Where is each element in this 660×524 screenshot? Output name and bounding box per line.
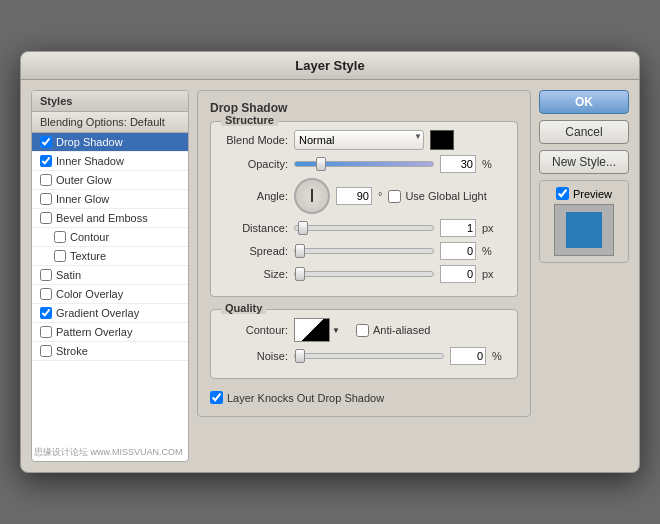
satin-checkbox[interactable] (40, 269, 52, 281)
spread-label: Spread: (223, 245, 288, 257)
contour-checkbox[interactable] (54, 231, 66, 243)
preview-label: Preview (546, 187, 622, 200)
use-global-light-checkbox[interactable] (388, 190, 401, 203)
right-panel: OK Cancel New Style... Preview (539, 90, 629, 462)
blend-mode-row: Blend Mode: Normal Multiply Screen Overl… (223, 130, 505, 150)
size-label: Size: (223, 268, 288, 280)
main-panel: Drop Shadow Structure Blend Mode: Normal… (197, 90, 531, 462)
dial-indicator (311, 189, 313, 202)
sidebar-item-outer-glow[interactable]: Outer Glow (32, 171, 188, 190)
sidebar-item-stroke[interactable]: Stroke (32, 342, 188, 361)
use-global-light-label[interactable]: Use Global Light (388, 190, 486, 203)
size-unit: px (482, 268, 494, 280)
layer-style-dialog: Layer Style Styles Blending Options: Def… (20, 51, 640, 473)
angle-input[interactable] (336, 187, 372, 205)
angle-label: Angle: (223, 190, 288, 202)
spread-input[interactable] (440, 242, 476, 260)
opacity-row: Opacity: % (223, 155, 505, 173)
pattern-overlay-checkbox[interactable] (40, 326, 52, 338)
size-slider-track[interactable] (294, 271, 434, 277)
size-input[interactable] (440, 265, 476, 283)
opacity-input[interactable] (440, 155, 476, 173)
preview-square (566, 212, 602, 248)
preview-checkbox[interactable] (556, 187, 569, 200)
blend-mode-label: Blend Mode: (223, 134, 288, 146)
spread-slider-track[interactable] (294, 248, 434, 254)
drop-shadow-section-title: Drop Shadow (210, 101, 518, 115)
distance-row: Distance: px (223, 219, 505, 237)
noise-label: Noise: (223, 350, 288, 362)
blend-color-swatch[interactable] (430, 130, 454, 150)
opacity-slider-thumb[interactable] (316, 157, 326, 171)
spread-row: Spread: % (223, 242, 505, 260)
gradient-overlay-checkbox[interactable] (40, 307, 52, 319)
new-style-button[interactable]: New Style... (539, 150, 629, 174)
cancel-button[interactable]: Cancel (539, 120, 629, 144)
distance-input[interactable] (440, 219, 476, 237)
sidebar-title: Styles (32, 91, 188, 112)
distance-slider-track[interactable] (294, 225, 434, 231)
blend-mode-select[interactable]: Normal Multiply Screen Overlay (294, 130, 424, 150)
noise-input[interactable] (450, 347, 486, 365)
ok-button[interactable]: OK (539, 90, 629, 114)
blend-mode-wrapper: Normal Multiply Screen Overlay (294, 130, 424, 150)
distance-unit: px (482, 222, 494, 234)
angle-row: Angle: ° Use Global Light (223, 178, 505, 214)
noise-slider-thumb[interactable] (295, 349, 305, 363)
anti-aliased-label[interactable]: Anti-aliased (356, 324, 430, 337)
layer-knocks-out-row: Layer Knocks Out Drop Shadow (210, 387, 518, 408)
sidebar-item-inner-glow[interactable]: Inner Glow (32, 190, 188, 209)
spread-slider-thumb[interactable] (295, 244, 305, 258)
quality-section: Quality Contour: ▼ Anti-aliased (210, 309, 518, 379)
size-slider-thumb[interactable] (295, 267, 305, 281)
bevel-emboss-checkbox[interactable] (40, 212, 52, 224)
angle-degree: ° (378, 190, 382, 202)
stroke-checkbox[interactable] (40, 345, 52, 357)
contour-dropdown-arrow[interactable]: ▼ (332, 326, 340, 335)
drop-shadow-section: Drop Shadow Structure Blend Mode: Normal… (197, 90, 531, 417)
inner-glow-checkbox[interactable] (40, 193, 52, 205)
sidebar-item-pattern-overlay[interactable]: Pattern Overlay (32, 323, 188, 342)
preview-canvas (554, 204, 614, 256)
preview-section: Preview (539, 180, 629, 263)
size-row: Size: px (223, 265, 505, 283)
sidebar-item-gradient-overlay[interactable]: Gradient Overlay (32, 304, 188, 323)
sidebar-item-color-overlay[interactable]: Color Overlay (32, 285, 188, 304)
contour-wrapper: ▼ (294, 318, 340, 342)
sidebar-item-satin[interactable]: Satin (32, 266, 188, 285)
distance-slider-thumb[interactable] (298, 221, 308, 235)
angle-dial[interactable] (294, 178, 330, 214)
dialog-title: Layer Style (21, 52, 639, 80)
opacity-unit: % (482, 158, 492, 170)
contour-row: Contour: ▼ Anti-aliased (223, 318, 505, 342)
outer-glow-checkbox[interactable] (40, 174, 52, 186)
sidebar-blending-options[interactable]: Blending Options: Default (32, 112, 188, 133)
sidebar-item-texture[interactable]: Texture (32, 247, 188, 266)
drop-shadow-checkbox[interactable] (40, 136, 52, 148)
contour-label: Contour: (223, 324, 288, 336)
layer-knocks-out-label[interactable]: Layer Knocks Out Drop Shadow (210, 391, 518, 404)
anti-aliased-checkbox[interactable] (356, 324, 369, 337)
noise-unit: % (492, 350, 502, 362)
opacity-label: Opacity: (223, 158, 288, 170)
noise-slider-track[interactable] (294, 353, 444, 359)
contour-swatch[interactable] (294, 318, 330, 342)
spread-unit: % (482, 245, 492, 257)
sidebar-item-contour[interactable]: Contour (32, 228, 188, 247)
inner-shadow-checkbox[interactable] (40, 155, 52, 167)
noise-row: Noise: % (223, 347, 505, 365)
distance-label: Distance: (223, 222, 288, 234)
sidebar-item-inner-shadow[interactable]: Inner Shadow (32, 152, 188, 171)
opacity-slider-track[interactable] (294, 161, 434, 167)
structure-section: Structure Blend Mode: Normal Multiply Sc… (210, 121, 518, 297)
sidebar: Styles Blending Options: Default Drop Sh… (31, 90, 189, 462)
color-overlay-checkbox[interactable] (40, 288, 52, 300)
layer-knocks-out-checkbox[interactable] (210, 391, 223, 404)
watermark: 思缘设计论坛 www.MISSVUAN.COM (34, 446, 183, 459)
texture-checkbox[interactable] (54, 250, 66, 262)
quality-title: Quality (221, 302, 266, 314)
sidebar-item-bevel-emboss[interactable]: Bevel and Emboss (32, 209, 188, 228)
sidebar-item-drop-shadow[interactable]: Drop Shadow (32, 133, 188, 152)
structure-title: Structure (221, 114, 278, 126)
